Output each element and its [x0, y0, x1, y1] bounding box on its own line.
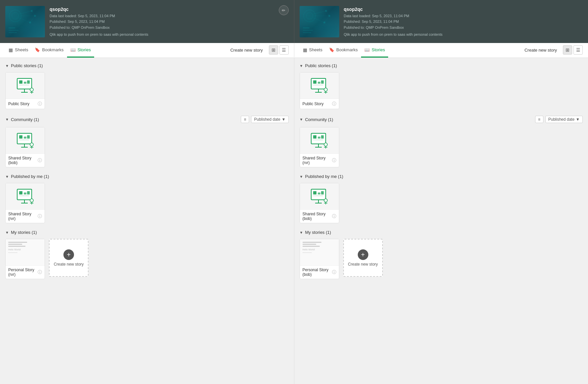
left-public-story-card-0[interactable]: Public Story ⓘ	[5, 72, 45, 109]
right-stories-icon: 📖	[364, 47, 370, 52]
right-my-stories-header: ▼ My stories (1)	[300, 230, 583, 235]
presentation-icon	[17, 189, 35, 204]
right-app-thumbnail	[300, 6, 339, 37]
svg-rect-42	[24, 137, 26, 139]
left-public-stories-chevron[interactable]: ▼	[5, 64, 9, 68]
left-community-chevron[interactable]: ▼	[5, 117, 9, 121]
right-published-by-me-section: ▼ Published by me (1)	[300, 174, 583, 223]
left-public-stories-header: ▼ Public stories (1)	[5, 63, 289, 68]
left-grid-view-button[interactable]: ⊞	[269, 45, 278, 55]
left-community-published-date-button[interactable]: Published date ▼	[251, 116, 288, 123]
svg-rect-53	[27, 191, 30, 194]
right-community-header: ▼ Community (1) ≡ Published date ▼	[300, 116, 583, 123]
left-edit-button[interactable]: ✏	[279, 5, 289, 15]
left-my-stories-grid: Hello World! ━━━━━━━ Personal Story (rvr…	[5, 239, 289, 279]
left-community-sort-controls: ≡ Published date ▼	[241, 116, 288, 123]
svg-rect-41	[19, 135, 22, 139]
right-published-by-me-label-0: Shared Story (bob) ⓘ	[300, 210, 339, 223]
left-community-story-info-0[interactable]: ⓘ	[38, 157, 42, 163]
right-personal-story-card[interactable]: Hello World! ━━━━━━━ Personal Story (bob…	[300, 239, 339, 279]
svg-point-1	[12, 13, 18, 19]
right-create-new-story-link[interactable]: Create new story	[521, 48, 560, 53]
left-tab-sheets[interactable]: ▦ Sheets	[5, 43, 31, 58]
left-personal-story-card[interactable]: Hello World! ━━━━━━━ Personal Story (rvr…	[5, 239, 45, 279]
left-public-story-info-0[interactable]: ⓘ	[38, 101, 42, 107]
left-my-stories-section: ▼ My stories (1) Hello World! ━━━━━━━ Pe…	[5, 230, 289, 279]
left-personal-story-thumb: Hello World! ━━━━━━━	[6, 239, 45, 266]
right-published-by-me-info-0[interactable]: ⓘ	[332, 213, 336, 219]
left-my-stories-label: My stories (1)	[11, 230, 37, 235]
right-app-name: qsop2qc	[344, 7, 583, 12]
left-published-by-me-grid: Shared Story (rvr) ⓘ	[5, 183, 289, 223]
svg-line-4	[18, 18, 30, 22]
left-tab-bookmarks[interactable]: 🔖 Bookmarks	[31, 43, 67, 58]
right-sort-icon: ≡	[538, 117, 540, 122]
left-community-sort-button[interactable]: ≡	[241, 116, 249, 123]
right-community-sort-button[interactable]: ≡	[535, 116, 543, 123]
right-published-by-me-card-0[interactable]: Shared Story (bob) ⓘ	[300, 183, 339, 223]
svg-line-9	[30, 16, 35, 22]
right-tab-bar: ▦ Sheets 🔖 Bookmarks 📖 Stories Create ne…	[294, 43, 588, 58]
right-public-story-card-0[interactable]: Public Story ⓘ	[300, 72, 339, 109]
right-grid-view-button[interactable]: ⊞	[563, 45, 572, 55]
left-my-stories-chevron[interactable]: ▼	[5, 231, 9, 235]
svg-rect-12	[9, 30, 18, 31]
right-published-by-me-label: Published by me (1)	[305, 174, 343, 179]
right-community-sort-controls: ≡ Published date ▼	[535, 116, 583, 123]
right-create-new-story-plus-icon: +	[358, 249, 368, 260]
svg-line-22	[326, 11, 329, 16]
left-tab-stories[interactable]: 📖 Stories	[67, 43, 94, 58]
stories-icon: 📖	[70, 47, 76, 52]
right-personal-story-info[interactable]: ⓘ	[332, 269, 336, 275]
right-community-chevron[interactable]: ▼	[300, 117, 303, 121]
right-public-stories-chevron[interactable]: ▼	[300, 64, 303, 68]
right-list-view-button[interactable]: ☰	[573, 45, 583, 55]
svg-point-57	[30, 199, 33, 202]
left-community-header: ▼ Community (1) ≡ Published date ▼	[5, 116, 289, 123]
svg-rect-83	[321, 191, 324, 194]
right-community-story-card-0[interactable]: Shared Story (rvr) ⓘ	[300, 127, 339, 167]
right-community-published-date-button[interactable]: Published date ▼	[545, 116, 583, 123]
svg-rect-82	[318, 192, 320, 194]
left-app-desc: Qlik app to push from on prem to saas wi…	[50, 32, 289, 36]
left-community-section: ▼ Community (1) ≡ Published date ▼	[5, 116, 289, 167]
svg-point-67	[324, 88, 327, 91]
left-panel: ▼ Public stories (1)	[0, 58, 294, 384]
right-my-stories-section: ▼ My stories (1) Hello World! ━━━━━━━ Pe…	[300, 230, 583, 279]
left-create-new-story-card[interactable]: + Create new story	[49, 239, 89, 277]
left-view-buttons: ⊞ ☰	[269, 45, 289, 55]
right-create-new-story-card[interactable]: + Create new story	[343, 239, 383, 277]
right-published-by-me-chevron[interactable]: ▼	[300, 175, 303, 179]
right-my-stories-chevron[interactable]: ▼	[300, 231, 303, 235]
right-community-story-thumb-0	[300, 127, 339, 154]
right-tab-bookmarks[interactable]: 🔖 Bookmarks	[326, 43, 361, 58]
svg-rect-30	[24, 82, 26, 84]
right-chevron-down-icon: ▼	[576, 117, 580, 122]
left-app-thumbnail	[5, 6, 45, 37]
right-panel: ▼ Public stories (1)	[294, 58, 588, 384]
left-app-meta: Data last loaded: Sep 5, 2023, 11:04 PM …	[50, 13, 289, 31]
left-personal-story-info[interactable]: ⓘ	[38, 269, 42, 275]
svg-rect-62	[318, 82, 320, 84]
right-my-stories-label: My stories (1)	[305, 230, 331, 235]
right-public-stories-label: Public stories (1)	[305, 63, 337, 68]
right-public-story-info-0[interactable]: ⓘ	[332, 101, 336, 107]
svg-rect-13	[9, 32, 17, 33]
left-create-new-story-link[interactable]: Create new story	[227, 48, 266, 53]
presentation-icon	[17, 133, 35, 149]
left-published-by-me-chevron[interactable]: ▼	[5, 175, 9, 179]
left-published-by-me-card-0[interactable]: Shared Story (rvr) ⓘ	[5, 183, 45, 223]
right-published-by-me-thumb-0	[300, 183, 339, 210]
svg-rect-72	[318, 137, 320, 139]
left-published-by-me-info-0[interactable]: ⓘ	[38, 213, 42, 219]
right-tab-sheets[interactable]: ▦ Sheets	[300, 43, 326, 58]
right-community-story-info-0[interactable]: ⓘ	[332, 157, 336, 163]
left-list-view-button[interactable]: ☰	[279, 45, 289, 55]
left-community-story-label-0: Shared Story (bob) ⓘ	[6, 154, 45, 167]
svg-point-15	[306, 13, 313, 19]
left-tab-bar: ▦ Sheets 🔖 Bookmarks 📖 Stories Create ne…	[0, 43, 294, 58]
right-my-stories-grid: Hello World! ━━━━━━━ Personal Story (bob…	[300, 239, 583, 279]
right-tab-stories[interactable]: 📖 Stories	[361, 43, 388, 58]
right-app-header: qsop2qc Data last loaded: Sep 5, 2023, 1…	[294, 0, 588, 43]
left-community-story-card-0[interactable]: Shared Story (bob) ⓘ	[5, 127, 45, 167]
